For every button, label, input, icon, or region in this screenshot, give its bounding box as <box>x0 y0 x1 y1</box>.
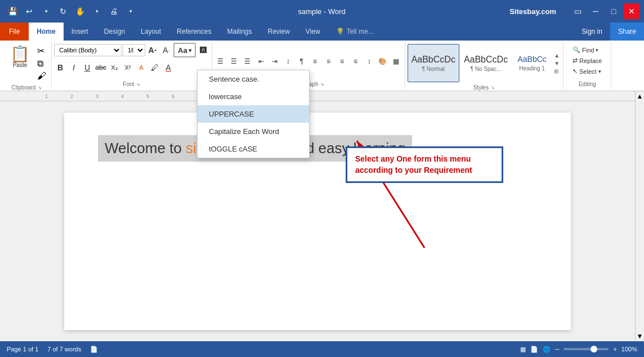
font-color-button[interactable]: A <box>162 61 175 74</box>
styles-more[interactable]: ⊞ <box>553 68 561 75</box>
undo-button[interactable]: ↩ <box>21 3 37 19</box>
font-size-select[interactable]: 16 <box>123 44 145 56</box>
style-normal[interactable]: AaBbCcDc ¶ Normal <box>408 44 459 82</box>
title-bar-left: 💾 ↩ ▾ ↻ ✋ ▾ 🖨 ▾ <box>5 3 138 19</box>
text-highlight-button[interactable]: 🖊 <box>149 61 161 74</box>
tab-view[interactable]: View <box>298 23 328 41</box>
dropdown-uppercase[interactable]: UPPERCASE <box>198 105 309 123</box>
tab-tell-me[interactable]: 💡 Tell me... <box>328 23 382 41</box>
italic-button[interactable]: I <box>68 61 80 74</box>
clipboard-group-content: 📋 Paste ✂ ⧉ 🖌 <box>5 43 49 83</box>
font-expand-icon[interactable]: ↘ <box>136 82 140 87</box>
style-heading1-label: Heading 1 <box>519 65 545 72</box>
dropdown-lowercase[interactable]: lowercase <box>198 88 309 105</box>
text-effects-button[interactable]: A <box>135 61 147 74</box>
layout-view-button[interactable]: ▦ <box>520 346 526 353</box>
select-button[interactable]: ↖ Select ▾ <box>569 66 605 76</box>
minimize-button[interactable]: ─ <box>588 3 603 19</box>
title-bar-right: Sitesbay.com ▭ ─ □ ✕ <box>505 3 639 19</box>
style-no-spacing-preview: AaBbCcDc <box>464 54 508 65</box>
web-view-button[interactable]: 🌐 <box>543 346 551 353</box>
clipboard-expand-icon[interactable]: ↘ <box>38 85 42 90</box>
borders-button[interactable]: ▦ <box>390 55 402 68</box>
increase-font-size-button[interactable]: A+ <box>146 44 159 56</box>
tab-review[interactable]: Review <box>260 23 297 41</box>
tab-insert[interactable]: Insert <box>64 23 96 41</box>
qat-customize[interactable]: ▾ <box>123 3 138 19</box>
signin-button[interactable]: Sign in <box>574 23 610 41</box>
font-name-select[interactable]: Calibri (Body) <box>54 44 122 56</box>
tab-home[interactable]: Home <box>29 23 63 41</box>
change-case-button[interactable]: Aa ▾ <box>173 43 196 57</box>
restore-button[interactable]: □ <box>606 3 621 19</box>
styles-scroll-down[interactable]: ▼ <box>553 60 561 67</box>
align-right-button[interactable]: ≡ <box>336 55 348 68</box>
status-bar-right: ▦ 📄 🌐 ─ + 100% <box>520 346 637 353</box>
redo-button[interactable]: ↻ <box>55 3 71 19</box>
tab-layout[interactable]: Layout <box>133 23 169 41</box>
styles-group: AaBbCcDc ¶ Normal AaBbCcDc ¶ No Spac... … <box>405 42 564 90</box>
save-button[interactable]: 💾 <box>5 3 20 19</box>
touch-mode-button[interactable]: ✋ <box>72 3 88 19</box>
line-spacing-button[interactable]: ↕ <box>363 55 375 68</box>
dropdown-sentence-case[interactable]: Sentence case. <box>198 70 309 88</box>
tab-mailings[interactable]: Mailings <box>219 23 260 41</box>
subscript-button[interactable]: X₂ <box>108 61 120 74</box>
dropdown-capitalize[interactable]: Capitalize Each Word <box>198 123 309 140</box>
numbering-button[interactable]: ☰ <box>228 55 240 68</box>
paragraph-expand-icon[interactable]: ↘ <box>320 82 324 87</box>
scroll-down-arrow[interactable]: ▼ <box>636 331 644 341</box>
align-center-button[interactable]: ≡ <box>323 55 335 68</box>
shading-button[interactable]: 🎨 <box>377 55 389 68</box>
underline-button[interactable]: U <box>81 61 93 74</box>
styles-gallery: AaBbCcDc ¶ Normal AaBbCcDc ¶ No Spac... … <box>408 43 561 83</box>
document-page: Welcome to sitesbay simple and easy lear… <box>64 113 571 330</box>
style-heading1[interactable]: AaBbCc Heading 1 <box>512 44 552 82</box>
dropdown-toggle-case[interactable]: tOGGLE cASE <box>198 140 309 158</box>
editing-group-content: 🔍 Find ▾ ⇄ Replace ↖ Select ▾ <box>566 43 609 80</box>
qat-more[interactable]: ▾ <box>89 3 105 19</box>
tab-references[interactable]: References <box>169 23 219 41</box>
decrease-indent-button[interactable]: ⇤ <box>255 55 267 68</box>
editing-label: Editing <box>566 80 609 88</box>
show-formatting-button[interactable]: ¶ <box>296 55 308 68</box>
zoom-level[interactable]: 100% <box>621 346 637 352</box>
styles-scroll-up[interactable]: ▲ <box>553 52 561 59</box>
zoom-in-button[interactable]: + <box>613 346 616 352</box>
ribbon-display-options[interactable]: ▭ <box>570 3 585 19</box>
print-view-button[interactable]: 📄 <box>530 346 538 353</box>
bold-button[interactable]: B <box>54 61 66 74</box>
clear-formatting-button[interactable]: 🅰 <box>197 44 209 56</box>
strikethrough-button[interactable]: abc <box>95 61 107 74</box>
decrease-font-size-button[interactable]: A- <box>160 44 172 56</box>
styles-expand-icon[interactable]: ↘ <box>491 85 495 90</box>
tab-design[interactable]: Design <box>96 23 133 41</box>
print-preview-button[interactable]: 🖨 <box>106 3 122 19</box>
copy-button[interactable]: ⧉ <box>35 57 48 69</box>
find-button[interactable]: 🔍 Find ▾ <box>569 45 602 55</box>
styles-gallery-items: AaBbCcDc ¶ Normal AaBbCcDc ¶ No Spac... … <box>408 43 552 83</box>
status-bar-left: Page 1 of 1 7 of 7 words 📄 <box>7 346 98 353</box>
paste-button[interactable]: 📋 Paste <box>6 44 34 70</box>
increase-indent-button[interactable]: ⇥ <box>269 55 281 68</box>
format-painter-button[interactable]: 🖌 <box>35 70 48 82</box>
right-scrollbar[interactable]: ▲ ▼ <box>635 91 644 341</box>
zoom-slider[interactable] <box>564 348 609 350</box>
sort-button[interactable]: ↕ <box>282 55 294 68</box>
style-no-spacing[interactable]: AaBbCcDc ¶ No Spac... <box>460 44 511 82</box>
tab-file[interactable]: File <box>0 23 29 41</box>
scroll-up-arrow[interactable]: ▲ <box>636 91 644 101</box>
superscript-button[interactable]: X² <box>122 61 134 74</box>
multilevel-list-button[interactable]: ☰ <box>242 55 254 68</box>
cut-button[interactable]: ✂ <box>35 45 48 57</box>
ribbon-tabs: File Home Insert Design Layout Reference… <box>0 23 644 41</box>
justify-button[interactable]: ≡ <box>350 55 362 68</box>
share-button[interactable]: Share <box>610 23 644 41</box>
replace-button[interactable]: ⇄ Replace <box>569 56 605 65</box>
bullets-button[interactable]: ☰ <box>214 55 227 68</box>
align-left-button[interactable]: ≡ <box>309 55 321 68</box>
undo-dropdown[interactable]: ▾ <box>38 3 54 19</box>
zoom-out-button[interactable]: ─ <box>555 346 560 352</box>
editing-group: 🔍 Find ▾ ⇄ Replace ↖ Select ▾ Editing <box>564 42 611 90</box>
close-button[interactable]: ✕ <box>624 3 639 19</box>
